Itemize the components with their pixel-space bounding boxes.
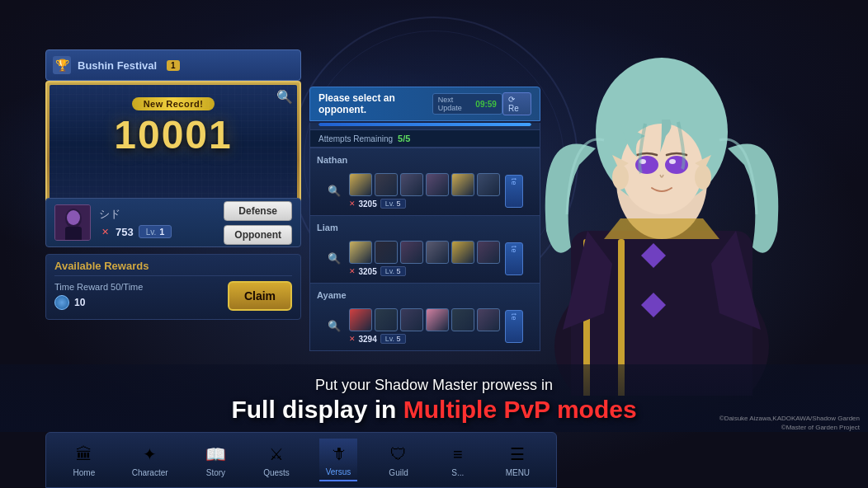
opponent-avatar xyxy=(349,173,372,196)
opponent-stats: ✕3205Lv. 5 xyxy=(349,199,500,209)
nav-item-label: Home xyxy=(73,468,96,477)
power-icon: ✕ xyxy=(349,335,356,343)
character-info-row: シド ✕ 753 Lv. 1 Defense Opponent xyxy=(45,198,301,247)
level-badge: Lv. 5 xyxy=(380,334,406,344)
character-portrait xyxy=(54,204,91,241)
opponent-avatar xyxy=(426,308,449,331)
character-stats: シド ✕ 753 Lv. 1 xyxy=(99,207,224,238)
opponent-name: Nathan xyxy=(317,155,533,165)
opponent-content: ✕3294Lv. 5 xyxy=(349,308,500,344)
defense-button[interactable]: Defense xyxy=(224,201,292,221)
level-badge: Lv. 5 xyxy=(380,199,406,209)
nav-icon-guild: 🛡 xyxy=(387,443,410,466)
nav-item-quests[interactable]: ⚔Quests xyxy=(257,439,296,481)
opponent-content: ✕3205Lv. 5 xyxy=(349,241,500,276)
currency-amount: 10 xyxy=(74,297,85,308)
power-icon: ✕ xyxy=(99,226,111,237)
opponent-avatar xyxy=(400,173,423,196)
nav-item-character[interactable]: ✦Character xyxy=(125,439,175,481)
nav-icon-quests: ⚔ xyxy=(265,443,288,466)
opponent-avatar xyxy=(477,308,500,331)
opponent-avatar xyxy=(349,308,372,331)
opponent-avatar xyxy=(375,173,398,196)
tagline-highlight: Multiple PvP modes xyxy=(403,396,637,423)
nav-item-menu[interactable]: ☰MENU xyxy=(499,439,536,481)
festival-header: 🏆 Bushin Festival 1 xyxy=(45,49,301,81)
claim-button[interactable]: Claim xyxy=(228,281,292,311)
opponent-name: Ayame xyxy=(317,290,533,300)
nav-item-label: S... xyxy=(451,468,464,477)
select-opponent-bar: Please select an opponent. Next Update 0… xyxy=(309,87,540,121)
opponent-row[interactable]: Liam🔍✕3205Lv. 5te xyxy=(309,216,540,284)
next-update-badge: Next Update 09:59 xyxy=(432,93,502,115)
nav-item-home[interactable]: 🏛Home xyxy=(66,439,102,481)
nav-item-label: Character xyxy=(132,468,168,477)
opponent-button[interactable]: Opponent xyxy=(224,225,292,245)
next-update-label: Next Update xyxy=(438,96,473,112)
opponent-avatar xyxy=(375,308,398,331)
festival-icon: 🏆 xyxy=(53,56,71,74)
opponent-avatar xyxy=(426,241,449,264)
opponent-avatar xyxy=(400,308,423,331)
magnify-icon: 🔍 xyxy=(328,320,341,332)
opponent-power: 3205 xyxy=(359,199,377,209)
level-value: 1 xyxy=(159,227,164,237)
rewards-title: Available Rewards xyxy=(54,260,292,276)
opponent-power: 3205 xyxy=(359,267,377,276)
opponent-avatar xyxy=(426,173,449,196)
opponent-avatar xyxy=(400,241,423,264)
copyright-line2: ©Master of Garden Project xyxy=(719,423,860,432)
nav-icon-home: 🏛 xyxy=(73,443,96,466)
nav-icon-s: ≡ xyxy=(446,443,469,466)
nav-item-story[interactable]: 📖Story xyxy=(197,439,234,481)
level-label: Lv. xyxy=(146,228,157,237)
nav-icon-versus: 🗡 xyxy=(327,442,350,465)
level-badge: Lv. 1 xyxy=(139,225,172,238)
nav-item-label: Quests xyxy=(263,468,290,477)
next-update-time: 09:59 xyxy=(475,100,497,109)
nav-icon-menu: ☰ xyxy=(506,443,529,466)
currency-row: 10 xyxy=(54,295,221,310)
svg-rect-20 xyxy=(65,227,82,241)
nav-item-label: Guild xyxy=(389,468,408,477)
festival-level: 1 xyxy=(167,60,180,71)
copyright: ©Daisuke Aizawa,KADOKAWA/Shadow Garden ©… xyxy=(719,414,860,432)
svg-point-13 xyxy=(612,165,629,190)
opponent-avatar xyxy=(451,308,474,331)
attempts-bar: Attempts Remaining 5/5 xyxy=(309,130,540,148)
opponent-row[interactable]: Nathan🔍✕3205Lv. 5te xyxy=(309,148,540,216)
nav-item-guild[interactable]: 🛡Guild xyxy=(380,439,417,481)
magnify-icon: 🔍 xyxy=(328,252,341,265)
challenge-button[interactable]: te xyxy=(505,310,523,343)
challenge-button[interactable]: te xyxy=(505,175,523,208)
svg-point-19 xyxy=(67,210,80,225)
opponent-avatar xyxy=(451,173,474,196)
bottom-navigation: 🏛Home✦Character📖Story⚔Quests🗡Versus🛡Guil… xyxy=(45,432,557,488)
festival-title: Bushin Festival xyxy=(78,59,157,72)
opponent-row[interactable]: Ayame🔍✕3294Lv. 5te xyxy=(309,284,540,351)
rewards-panel: Available Rewards Time Reward 50/Time 10… xyxy=(45,254,301,320)
svg-point-14 xyxy=(695,165,711,190)
power-icon: ✕ xyxy=(349,199,356,208)
challenge-button[interactable]: te xyxy=(505,242,523,275)
power-icon: ✕ xyxy=(349,267,356,275)
tagline-main-part1: Full display in xyxy=(231,396,403,423)
refresh-button[interactable]: ⟳ Re xyxy=(502,92,531,115)
nav-item-versus[interactable]: 🗡Versus xyxy=(319,439,358,481)
opponent-stats: ✕3294Lv. 5 xyxy=(349,334,500,344)
nav-icon-character: ✦ xyxy=(139,443,162,466)
opponent-name: Liam xyxy=(317,223,533,232)
svg-point-12 xyxy=(669,159,676,164)
currency-icon xyxy=(54,295,69,310)
opponent-power: 3294 xyxy=(359,335,377,344)
attempts-label: Attempts Remaining xyxy=(318,134,393,143)
opponent-selection-panel: Please select an opponent. Next Update 0… xyxy=(309,87,540,351)
nav-item-label: Story xyxy=(206,468,225,477)
nav-item-label: Versus xyxy=(326,467,351,476)
select-opponent-text: Please select an opponent. xyxy=(318,92,432,115)
time-reward-label: Time Reward 50/Time xyxy=(54,282,221,292)
attempts-value: 5/5 xyxy=(398,134,410,143)
nav-item-s[interactable]: ≡S... xyxy=(440,439,476,481)
nav-icon-story: 📖 xyxy=(204,443,227,466)
copyright-line1: ©Daisuke Aizawa,KADOKAWA/Shadow Garden xyxy=(719,414,860,423)
